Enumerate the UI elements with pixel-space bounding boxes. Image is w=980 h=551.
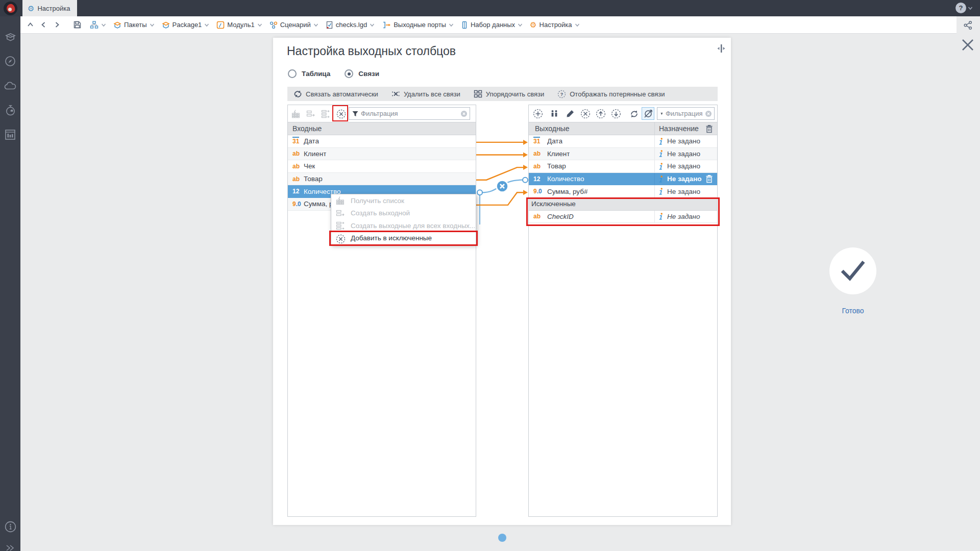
breadcrumb-item[interactable]: Выходные порты	[382, 21, 454, 29]
side-rail	[0, 16, 20, 551]
outputs-filter-input[interactable]	[666, 110, 702, 117]
row-arrow-icon	[336, 209, 345, 218]
sidebar-item-datasets[interactable]	[0, 126, 20, 143]
info-icon[interactable]	[657, 149, 664, 158]
radio-links[interactable]: Связи	[345, 69, 379, 78]
clear-filter-icon[interactable]	[460, 110, 468, 117]
go-up-button[interactable]	[23, 18, 37, 32]
action-label: Упорядочить связи	[486, 90, 545, 98]
info-icon[interactable]	[657, 187, 664, 195]
link-actions-toolbar: Связать автоматически Удалить все связи …	[287, 87, 718, 101]
save-button[interactable]	[70, 18, 84, 32]
exclude-button[interactable]	[580, 109, 591, 119]
get-list-button[interactable]	[290, 109, 301, 119]
auto-rename-toggle[interactable]	[642, 107, 654, 120]
breadcrumb-item[interactable]: Package1	[162, 21, 210, 29]
menu-item-label: Создать выходной	[351, 209, 410, 217]
trash-icon[interactable]	[705, 124, 713, 133]
trash-icon[interactable]	[705, 174, 713, 183]
menu-item[interactable]: Добавить в исключенные	[331, 232, 476, 245]
pencil-icon	[566, 109, 575, 118]
sync-button[interactable]	[629, 109, 639, 119]
output-row[interactable]: abCheckID Не задано	[529, 211, 717, 223]
breadcrumb-label: Выходные порты	[394, 21, 446, 29]
edit-button[interactable]	[565, 109, 575, 119]
info-icon[interactable]	[657, 175, 664, 183]
delete-row-button[interactable]	[705, 174, 713, 183]
inputs-filter-input[interactable]	[361, 110, 458, 117]
add-column-button[interactable]	[533, 109, 543, 119]
add-to-excluded-button[interactable]	[336, 109, 346, 119]
info-icon[interactable]	[657, 137, 664, 145]
radio-circle	[288, 69, 297, 78]
inputs-header-label: Входные	[288, 124, 322, 133]
input-row[interactable]: abЧек	[288, 160, 476, 173]
sidebar-item-tasks[interactable]	[0, 102, 20, 119]
breadcrumb-item[interactable]: Пакеты	[113, 21, 155, 29]
sidebar-item-cloud[interactable]	[0, 77, 20, 94]
remove-all-links-button[interactable]: Удалить все связи	[391, 90, 460, 98]
move-up-button[interactable]	[596, 109, 606, 119]
clear-filter-icon[interactable]	[705, 110, 712, 117]
auto-link-icon	[293, 90, 302, 98]
sidebar-item-navigator[interactable]	[0, 53, 20, 70]
purpose-value: Не задано	[667, 188, 700, 195]
page-title: Настройка выходных столбцов	[287, 44, 456, 58]
breadcrumb-item[interactable]: Модуль1	[216, 21, 262, 29]
menu-item-label: Добавить в исключенные	[351, 234, 432, 242]
done-button[interactable]	[829, 247, 876, 294]
breadcrumb-item[interactable]: checks.lgd	[326, 21, 375, 29]
breadcrumb-item[interactable]: ⚙ Настройка	[530, 21, 579, 29]
outputs-filter	[657, 107, 715, 120]
create-all-outputs-button[interactable]	[320, 109, 330, 119]
package-icon	[162, 21, 170, 29]
compass-icon	[4, 55, 16, 67]
breadcrumb-toolbar: Пакеты Package1 Модуль1 Сценарий checks.…	[20, 16, 957, 34]
output-row[interactable]: abКлиент Не задано	[529, 148, 717, 161]
output-row[interactable]: 9.0Сумма, руб# Не задано	[529, 185, 717, 198]
output-row[interactable]: 31Дата Не задано	[529, 135, 717, 148]
go-forward-button[interactable]	[50, 18, 63, 32]
input-row[interactable]: abКлиент	[288, 148, 476, 161]
move-down-button[interactable]	[611, 109, 621, 119]
create-output-button[interactable]	[305, 109, 315, 119]
done-label[interactable]: Готово	[829, 307, 876, 315]
inputs-panel: Входные 31ДатаabКлиентabЧекabТовар12Коли…	[287, 105, 476, 517]
help-button[interactable]: ?	[955, 3, 966, 13]
info-icon[interactable]	[657, 212, 664, 220]
split-view-button[interactable]	[715, 43, 727, 54]
breadcrumb-item[interactable]: Набор данных	[461, 21, 523, 29]
breadcrumb-item[interactable]: Сценарий	[270, 21, 318, 29]
info-icon[interactable]	[657, 162, 664, 170]
rows-arrows-icon	[321, 110, 330, 118]
show-lost-links-button[interactable]: ? Отображать потерянные связи	[557, 90, 665, 98]
breadcrumb-label: checks.lgd	[336, 21, 367, 29]
page-indicator-dot[interactable]	[498, 534, 506, 542]
sidebar-item-info[interactable]	[0, 518, 20, 535]
input-row[interactable]: 31Дата	[288, 135, 476, 148]
auto-link-button[interactable]: Связать автоматически	[293, 90, 378, 98]
delete-all-button[interactable]	[705, 124, 713, 133]
tab-settings[interactable]: ⚙ Настройка	[22, 0, 77, 16]
scenario-icon	[270, 21, 278, 29]
remove-links-icon	[391, 90, 400, 98]
double-chevron-icon	[6, 544, 15, 551]
columns-button[interactable]	[549, 109, 559, 119]
breadcrumb-label: Package1	[173, 21, 202, 29]
radio-table[interactable]: Таблица	[288, 69, 330, 78]
grid-bolt-icon	[336, 196, 345, 205]
output-row[interactable]: 12Количество Не задано	[529, 173, 717, 186]
breadcrumb-root[interactable]	[90, 21, 106, 29]
app-logo[interactable]	[0, 0, 20, 16]
column-type-icon: ab	[292, 150, 304, 157]
arrange-links-button[interactable]: Упорядочить связи	[474, 90, 545, 98]
expand-rail-button[interactable]	[0, 539, 20, 551]
close-dialog-button[interactable]	[961, 38, 975, 52]
share-button[interactable]	[963, 20, 973, 30]
file-icon	[326, 21, 333, 29]
checkmark-icon	[837, 258, 869, 284]
go-back-button[interactable]	[37, 18, 50, 32]
output-row[interactable]: abТовар Не задано	[529, 160, 717, 173]
sidebar-item-packages[interactable]	[0, 28, 20, 45]
input-row[interactable]: abТовар	[288, 173, 476, 186]
